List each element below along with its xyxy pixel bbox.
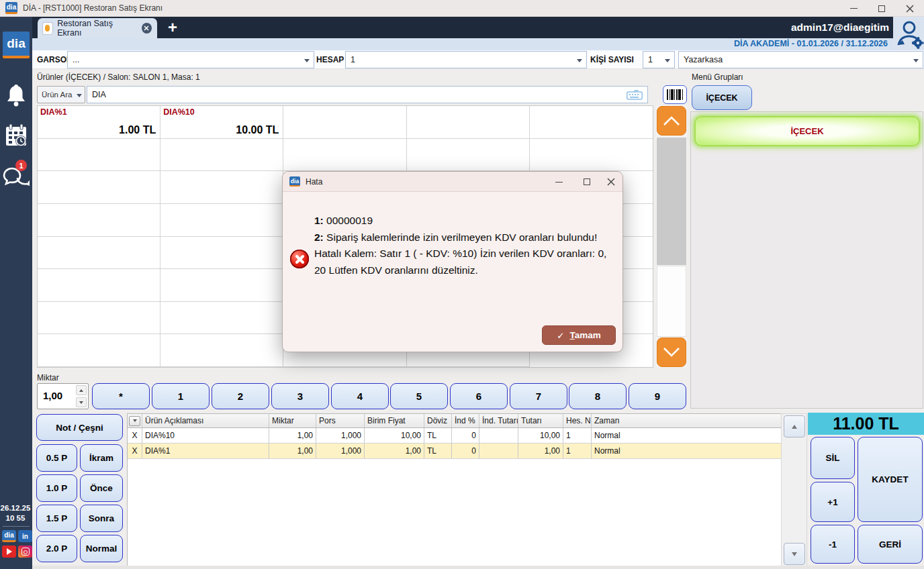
quantity-up-button[interactable] bbox=[76, 385, 87, 395]
table-scroll-down-button[interactable] bbox=[784, 543, 805, 565]
numpad-key-3[interactable]: 3 bbox=[271, 383, 329, 409]
license-strip: DİA AKADEMİ - 01.01.2026 / 31.12.2026 bbox=[32, 38, 893, 50]
remove-row-button[interactable]: X bbox=[128, 428, 142, 443]
quantity-down-button[interactable] bbox=[76, 397, 87, 407]
barcode-button[interactable] bbox=[663, 85, 687, 104]
quantity-label: Miktar bbox=[37, 373, 59, 382]
ikram-button[interactable]: İkram bbox=[80, 444, 123, 472]
numpad-key-star[interactable]: * bbox=[92, 383, 150, 409]
scroll-up-button[interactable] bbox=[657, 106, 686, 136]
dia-social-icon[interactable]: dia bbox=[2, 530, 16, 542]
scroll-down-button[interactable] bbox=[657, 338, 686, 367]
portion-20-button[interactable]: 2.0 P bbox=[36, 535, 77, 562]
kisi-sayisi-select[interactable]: 1 bbox=[643, 51, 675, 68]
yazarkasa-select[interactable]: Yazarkasa bbox=[678, 51, 923, 68]
note-cesni-button[interactable]: Not / Çeşni bbox=[36, 414, 123, 441]
scrollbar-thumb[interactable] bbox=[657, 138, 686, 265]
col-zaman[interactable]: Zaman bbox=[592, 414, 649, 427]
hesap-select[interactable]: 1 bbox=[345, 51, 587, 68]
dia-logo[interactable]: dia bbox=[3, 32, 30, 58]
product-grid-cell bbox=[160, 171, 283, 204]
normal-button[interactable]: Normal bbox=[80, 535, 123, 562]
cell-zaman: Normal bbox=[592, 428, 649, 443]
col-doviz[interactable]: Döviz bbox=[424, 414, 452, 427]
col-hes-n[interactable]: Hes. N bbox=[563, 414, 592, 427]
portion-15-button[interactable]: 1.5 P bbox=[36, 505, 77, 532]
close-button[interactable] bbox=[896, 0, 924, 17]
search-mode-select[interactable]: Ürün Ara bbox=[37, 86, 85, 103]
check-icon: ✓ bbox=[557, 330, 564, 341]
col-urun-aciklamasi[interactable]: Ürün Açıklaması bbox=[142, 414, 269, 427]
calendar-button[interactable] bbox=[0, 123, 32, 150]
hesap-label: HESAP bbox=[316, 55, 344, 64]
col-miktar[interactable]: Miktar bbox=[269, 414, 316, 427]
error-detail-label: 2: bbox=[314, 231, 324, 243]
numpad-key-8[interactable]: 8 bbox=[569, 383, 627, 409]
chevron-down-icon bbox=[133, 419, 137, 422]
user-settings-icon[interactable] bbox=[894, 18, 924, 49]
keyboard-icon[interactable] bbox=[627, 90, 643, 100]
sil-button[interactable]: SİL bbox=[811, 437, 855, 479]
numpad-key-2[interactable]: 2 bbox=[212, 383, 269, 409]
minimize-button[interactable] bbox=[839, 0, 868, 17]
maximize-button[interactable] bbox=[868, 0, 896, 17]
new-tab-button[interactable]: + bbox=[164, 19, 181, 36]
portion-05-button[interactable]: 0.5 P bbox=[36, 444, 77, 472]
numpad-key-1[interactable]: 1 bbox=[152, 383, 210, 409]
dialog-minimize-button[interactable] bbox=[549, 172, 569, 192]
product-price: 10.00 TL bbox=[236, 124, 279, 136]
minus-one-button[interactable]: -1 bbox=[811, 525, 855, 564]
col-ind[interactable]: İnd % bbox=[452, 414, 479, 427]
tab-close-button[interactable] bbox=[142, 23, 152, 34]
geri-button[interactable]: GERİ bbox=[858, 525, 923, 564]
chevron-down-icon bbox=[663, 347, 680, 358]
col-birim-fiyat[interactable]: Birim Fiyat bbox=[365, 414, 424, 427]
numpad-key-6[interactable]: 6 bbox=[450, 383, 508, 409]
numpad-key-5[interactable]: 5 bbox=[390, 383, 448, 409]
notifications-button[interactable] bbox=[0, 83, 32, 108]
portion-10-button[interactable]: 1.0 P bbox=[36, 474, 77, 502]
numpad-key-9[interactable]: 9 bbox=[629, 383, 686, 409]
dialog-titlebar[interactable]: dia Hata bbox=[283, 172, 622, 192]
scrollbar-track[interactable] bbox=[657, 266, 686, 337]
chat-badge: 1 bbox=[15, 160, 27, 171]
product-cell-dia10[interactable]: DIA%10 10.00 TL bbox=[160, 106, 283, 139]
instagram-icon[interactable] bbox=[18, 546, 32, 558]
youtube-icon[interactable] bbox=[2, 546, 16, 558]
quantity-stepper[interactable]: 1,00 bbox=[37, 383, 89, 409]
plus-one-button[interactable]: +1 bbox=[811, 482, 855, 522]
col-pors[interactable]: Pors bbox=[316, 414, 365, 427]
messages-button[interactable]: 1 bbox=[0, 164, 32, 191]
sonra-button[interactable]: Sonra bbox=[80, 505, 123, 532]
tab-restoran-satis[interactable]: Restoran Satış Ekranı bbox=[38, 18, 157, 38]
cell-birim-fiyat: 10,00 bbox=[365, 428, 424, 443]
numpad-key-7[interactable]: 7 bbox=[510, 383, 567, 409]
tamam-button[interactable]: ✓ Tamam bbox=[542, 325, 616, 345]
col-ind-tutari[interactable]: İnd. Tutarı bbox=[479, 414, 518, 427]
col-tutari[interactable]: Tutarı bbox=[518, 414, 563, 427]
menu-group-selected-icecek[interactable]: İÇECEK bbox=[694, 116, 920, 146]
bottom-strip bbox=[32, 566, 924, 569]
table-scroll-up-button[interactable] bbox=[784, 415, 805, 437]
menu-group-tab-icecek[interactable]: İÇECEK bbox=[692, 85, 752, 110]
product-cell-dia1[interactable]: DIA%1 1.00 TL bbox=[38, 106, 160, 139]
dialog-close-button[interactable] bbox=[601, 172, 621, 192]
product-name: DIA%10 bbox=[163, 107, 195, 117]
order-row-dia10[interactable]: X DIA%10 1,00 1,000 10,00 TL 0 10,00 1 N… bbox=[128, 428, 782, 444]
sidebar-divider bbox=[3, 526, 30, 527]
order-row-dia1-selected[interactable]: X DIA%1 1,00 1,000 1,00 TL 0 1,00 1 Norm… bbox=[128, 444, 782, 459]
product-search-input[interactable]: DIA bbox=[87, 86, 648, 103]
cell-ind: 0 bbox=[452, 444, 479, 458]
numpad-key-4[interactable]: 4 bbox=[331, 383, 389, 409]
once-button[interactable]: Önce bbox=[80, 474, 123, 502]
dialog-maximize-button[interactable] bbox=[577, 172, 597, 192]
table-filter-button[interactable] bbox=[129, 416, 140, 426]
kaydet-button[interactable]: KAYDET bbox=[858, 437, 923, 522]
product-grid-cell bbox=[160, 204, 283, 237]
kisi-sayisi-value: 1 bbox=[648, 55, 653, 64]
menu-groups-panel: İÇECEK bbox=[690, 111, 923, 409]
logged-in-user[interactable]: admin17@diaegitim bbox=[791, 17, 889, 38]
garson-select[interactable]: ... bbox=[67, 51, 314, 68]
linkedin-icon[interactable]: in bbox=[18, 530, 32, 542]
remove-row-button[interactable]: X bbox=[128, 444, 142, 458]
